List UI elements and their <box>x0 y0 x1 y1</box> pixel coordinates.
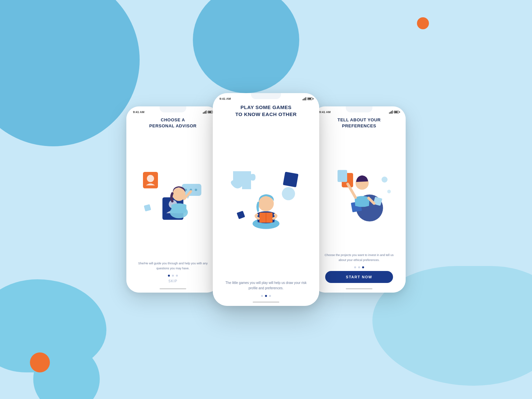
dot-3-right <box>362 266 364 268</box>
screen-title-center: PLAY SOME GAMES TO KNOW EACH OTHER <box>235 104 297 118</box>
signal-icons-right <box>389 110 399 114</box>
signal-icons-center <box>303 97 313 100</box>
dot-2-right <box>358 266 360 268</box>
battery-left <box>207 111 213 113</box>
svg-rect-26 <box>337 170 347 182</box>
svg-point-23 <box>382 177 388 183</box>
svg-point-7 <box>195 189 197 191</box>
illustration-center <box>219 122 313 278</box>
battery-center <box>307 97 313 100</box>
notch-right <box>346 106 372 112</box>
dot-2-left <box>172 275 174 277</box>
phone-left-screen: 9:41 AM CHOOSE A PERSONAL ADVISOR <box>126 106 219 293</box>
phone-left: 9:41 AM CHOOSE A PERSONAL ADVISOR <box>126 106 219 293</box>
orange-dot-bottom <box>30 352 50 372</box>
time-left: 9:41 AM <box>133 110 144 114</box>
dot-1-center <box>261 295 263 297</box>
phone-center: 9:41 AM PLAY SOME GAMES TO KNOW EACH OTH… <box>213 93 319 306</box>
dot-2-center <box>265 295 267 297</box>
notch-center <box>251 93 281 99</box>
signal-bars-right <box>389 110 393 114</box>
illustration-right <box>319 133 399 250</box>
screen-content-right: TELL ABOUT YOUR PREFERENCES <box>313 114 406 286</box>
phone-right-screen: 9:41 AM TELL ABOUT YOUR PREFERENCES <box>313 106 406 293</box>
signal-bars-left <box>203 110 206 114</box>
orange-dot-top <box>417 17 429 29</box>
svg-point-24 <box>387 190 391 194</box>
screen-desc-right: Choose the projects you want to invest i… <box>319 253 399 262</box>
signal-icons-left <box>203 110 213 114</box>
svg-point-1 <box>147 175 154 182</box>
svg-rect-9 <box>144 204 151 211</box>
skip-button[interactable]: SKIP <box>169 279 178 283</box>
screen-title-left: CHOOSE A PERSONAL ADVISOR <box>149 117 197 129</box>
dot-3-left <box>176 275 178 277</box>
bg-blob-3 <box>193 0 299 93</box>
home-indicator-center <box>253 302 279 303</box>
home-indicator-left <box>160 288 186 289</box>
start-now-button[interactable]: START NOW <box>325 271 393 283</box>
phone-center-screen: 9:41 AM PLAY SOME GAMES TO KNOW EACH OTH… <box>213 93 319 306</box>
dot-1-left <box>168 275 170 277</box>
dots-center <box>261 295 271 297</box>
phones-wrapper: 9:41 AM CHOOSE A PERSONAL ADVISOR <box>126 93 406 306</box>
screen-desc-center: The little games you will play will help… <box>219 280 313 291</box>
svg-point-14 <box>282 187 295 200</box>
dots-right <box>354 266 364 268</box>
home-indicator-right <box>346 288 372 289</box>
screen-content-left: CHOOSE A PERSONAL ADVISOR <box>126 114 219 286</box>
notch-left <box>160 106 186 112</box>
bg-blob-1 <box>0 0 140 146</box>
signal-bars-center <box>303 97 306 100</box>
dot-1-right <box>354 266 356 268</box>
battery-right <box>394 111 399 113</box>
dots-left <box>168 275 178 277</box>
phone-right: 9:41 AM TELL ABOUT YOUR PREFERENCES <box>313 106 406 293</box>
svg-rect-15 <box>237 211 245 219</box>
svg-rect-13 <box>283 172 299 187</box>
screen-title-right: TELL ABOUT YOUR PREFERENCES <box>337 117 381 129</box>
illustration-left <box>133 133 213 258</box>
screen-desc-left: She/He will guide you through and help y… <box>133 261 213 271</box>
dot-3-center <box>269 295 271 297</box>
time-right: 9:41 AM <box>319 110 331 114</box>
time-center: 9:41 AM <box>219 97 231 100</box>
screen-content-center: PLAY SOME GAMES TO KNOW EACH OTHER <box>213 100 319 300</box>
